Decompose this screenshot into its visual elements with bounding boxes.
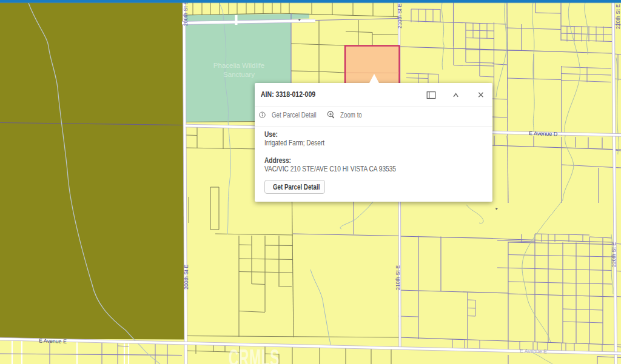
svg-text:Sanctuary: Sanctuary: [223, 71, 255, 78]
svg-text:220th St E: 220th St E: [611, 242, 617, 267]
svg-text:220th St E: 220th St E: [615, 4, 621, 29]
svg-text:210th St E: 210th St E: [397, 4, 403, 28]
svg-text:E Avenue E: E Avenue E: [39, 338, 67, 345]
svg-text:E Avenue E: E Avenue E: [520, 348, 547, 354]
svg-text:E Avenue D: E Avenue D: [529, 130, 558, 137]
svg-text:200th St E: 200th St E: [183, 1, 189, 26]
svg-text:210th St E: 210th St E: [395, 265, 401, 290]
svg-text:Phacelia Wildlife: Phacelia Wildlife: [213, 62, 264, 69]
svg-text:200th St E: 200th St E: [183, 265, 189, 290]
